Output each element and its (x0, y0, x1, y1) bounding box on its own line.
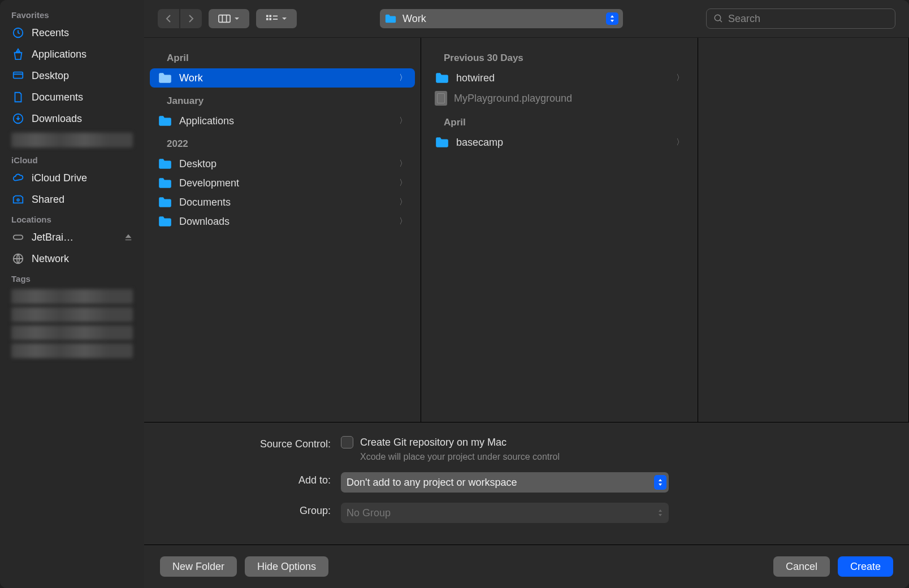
svg-point-13 (715, 15, 721, 21)
file-name: hotwired (456, 72, 669, 84)
sidebar-item-label: Documents (32, 92, 83, 103)
footer: New Folder Hide Options Cancel Create (144, 545, 909, 588)
sidebar-item-jetbrains[interactable]: JetBrai… (0, 227, 144, 248)
git-checkbox[interactable] (341, 436, 353, 448)
sidebar-item-network[interactable]: Network (0, 248, 144, 269)
folder-row-development[interactable]: Development 〉 (150, 173, 415, 193)
new-folder-button[interactable]: New Folder (160, 556, 237, 577)
sidebar-item-recents[interactable]: Recents (0, 22, 144, 43)
section-header: Previous 30 Days (427, 45, 692, 68)
disk-icon (11, 230, 25, 244)
top-area: Favorites Recents Applications Desktop D… (0, 0, 909, 588)
shared-icon (11, 193, 25, 206)
options-panel: Source Control: Create Git repository on… (144, 422, 909, 545)
hide-options-button[interactable]: Hide Options (245, 556, 328, 577)
save-dialog: Favorites Recents Applications Desktop D… (0, 0, 909, 588)
svg-rect-8 (269, 15, 271, 18)
svg-rect-6 (219, 15, 230, 23)
sidebar-item-label: Desktop (32, 70, 69, 82)
file-name: Desktop (179, 158, 392, 170)
file-name: basecamp (456, 137, 669, 149)
file-name: Development (179, 177, 392, 189)
folder-icon (435, 136, 449, 149)
clock-icon (11, 26, 25, 40)
search-input[interactable]: Search (706, 8, 895, 29)
column-3[interactable] (698, 38, 909, 422)
redacted-tag (11, 325, 133, 340)
folder-row-applications[interactable]: Applications 〉 (150, 111, 415, 130)
forward-button[interactable] (180, 9, 202, 28)
folder-row-work[interactable]: Work 〉 (150, 68, 415, 88)
svg-rect-1 (14, 72, 23, 79)
chevron-right-icon: 〉 (399, 197, 407, 207)
chevron-right-icon: 〉 (676, 73, 684, 83)
redacted-tag (11, 289, 133, 304)
back-button[interactable] (158, 9, 179, 28)
playground-icon (435, 91, 447, 106)
folder-icon (158, 196, 172, 208)
chevron-down-icon (282, 16, 287, 21)
chevron-right-icon: 〉 (399, 116, 407, 126)
column-browser: April Work 〉 January Applications 〉 2022 (144, 37, 909, 422)
section-header: April (150, 45, 415, 68)
sidebar-item-label: JetBrai… (32, 232, 73, 243)
svg-rect-7 (266, 15, 269, 18)
section-header: April (427, 109, 692, 133)
folder-icon (158, 158, 172, 170)
sidebar-item-icloud-drive[interactable]: iCloud Drive (0, 167, 144, 189)
column-2[interactable]: Previous 30 Days hotwired 〉 MyPlayground… (421, 38, 698, 422)
view-columns-button[interactable] (209, 9, 249, 28)
folder-icon (435, 72, 449, 84)
create-button[interactable]: Create (838, 556, 893, 577)
sidebar-item-label: Downloads (32, 113, 82, 125)
folder-row-downloads[interactable]: Downloads 〉 (150, 212, 415, 231)
folder-row-hotwired[interactable]: hotwired 〉 (427, 68, 692, 88)
folder-icon (384, 12, 397, 25)
download-icon (11, 112, 25, 125)
sidebar-item-applications[interactable]: Applications (0, 43, 144, 65)
source-control-label: Source Control: (167, 436, 331, 450)
sidebar-section-locations: Locations (0, 210, 144, 227)
updown-icon (654, 475, 666, 490)
svg-rect-10 (269, 18, 271, 20)
group-value: No Group (347, 507, 391, 519)
svg-rect-11 (273, 16, 278, 17)
sidebar-item-desktop[interactable]: Desktop (0, 65, 144, 86)
chevron-right-icon: 〉 (676, 137, 684, 147)
sidebar-section-favorites: Favorites (0, 6, 144, 22)
updown-icon (654, 506, 666, 520)
add-to-label: Add to: (167, 472, 331, 486)
desktop-icon (11, 69, 25, 82)
search-placeholder: Search (728, 13, 760, 25)
view-group-button[interactable] (256, 9, 297, 28)
sidebar-item-documents[interactable]: Documents (0, 86, 144, 108)
svg-rect-9 (266, 18, 269, 20)
file-row-playground[interactable]: MyPlayground.playground (427, 88, 692, 109)
group-label: Group: (167, 503, 331, 517)
doc-icon (11, 90, 25, 104)
folder-row-basecamp[interactable]: basecamp 〉 (427, 133, 692, 152)
main-pane: Work Search April Work 〉 Janu (144, 0, 909, 588)
cancel-button[interactable]: Cancel (773, 556, 830, 577)
file-name: Work (179, 72, 392, 84)
column-1[interactable]: April Work 〉 January Applications 〉 2022 (144, 38, 421, 422)
folder-row-documents[interactable]: Documents 〉 (150, 193, 415, 212)
git-checkbox-row[interactable]: Create Git repository on my Mac (341, 436, 669, 448)
file-name: MyPlayground.playground (454, 93, 684, 104)
svg-point-3 (17, 199, 19, 201)
sidebar-item-label: iCloud Drive (32, 172, 87, 184)
cloud-icon (11, 171, 25, 185)
sidebar-item-label: Recents (32, 27, 69, 39)
app-icon (11, 47, 25, 61)
path-popup[interactable]: Work (380, 9, 623, 28)
source-control-row: Source Control: Create Git repository on… (167, 436, 886, 462)
add-to-select[interactable]: Don't add to any project or workspace (341, 472, 669, 493)
redacted-item (11, 133, 133, 147)
eject-icon[interactable] (124, 233, 133, 242)
sidebar-item-label: Network (32, 253, 69, 265)
add-to-row: Add to: Don't add to any project or work… (167, 472, 886, 493)
chevron-right-icon: 〉 (399, 73, 407, 83)
folder-row-desktop[interactable]: Desktop 〉 (150, 154, 415, 173)
sidebar-item-shared[interactable]: Shared (0, 189, 144, 210)
sidebar-item-downloads[interactable]: Downloads (0, 108, 144, 129)
